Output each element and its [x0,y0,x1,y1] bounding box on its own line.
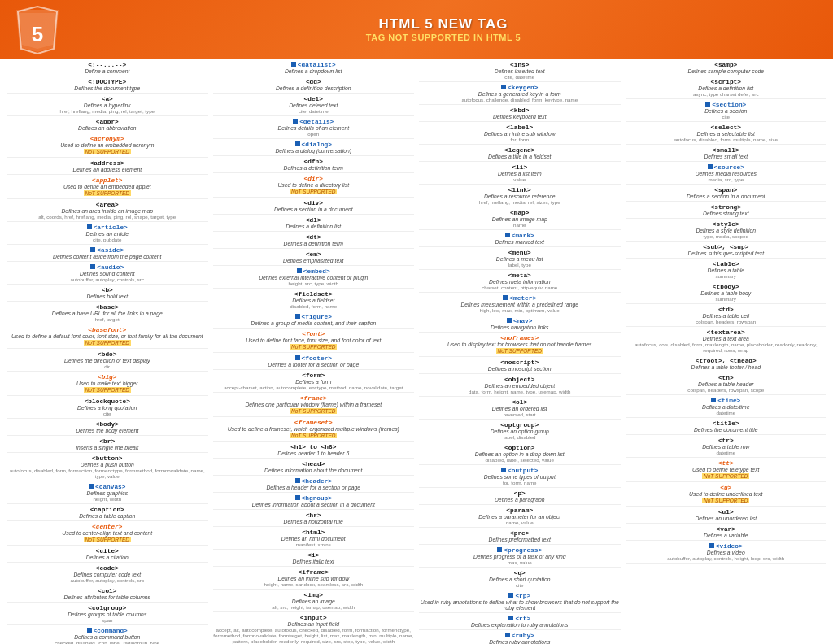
tag-description: Defines an embedded object [419,383,621,389]
tag-name: <article> [7,224,208,231]
tag-description: Defines small text [626,154,827,159]
tag-name: <details> [213,119,415,125]
new-html5-indicator [295,355,300,360]
tag-name: <canvas> [7,484,208,490]
tag-name: <title> [626,420,827,427]
tag-description: Defines attributes for table columns [7,594,208,600]
tag-description: Defines a definition term [213,241,415,246]
tag-entry: <i>Defines italic text [213,552,415,567]
not-supported-badge: NoT SUPPORTED [84,387,131,393]
tag-description: Defines an html document [213,536,415,542]
tag-description: Used to define a directory list [213,182,415,188]
tag-description: Used to define an embedded acronym [7,142,208,148]
tag-entry: <strong>Defines strong text [626,204,827,219]
header: 5 HTML 5 NEW TAG TAG NOT SUPPORTED IN HT… [0,0,833,59]
tag-description: Defines keyboard text [419,114,621,120]
tag-name: <colgroup> [7,605,208,611]
tag-attributes: checked, disabled, icon, label, radiogro… [7,640,208,644]
not-supported-badge: NoT SUPPORTED [290,344,337,350]
tag-name: <code> [7,565,208,572]
tag-description: Defines an ordered list [419,406,621,411]
column-1: <!--...-->Define a comment<!DOCTYPE>Defi… [7,62,208,644]
tag-entry: <table>Defines a tablesummary [626,261,827,281]
tag-name: <map> [419,210,621,216]
tag-name: <sub>, <sup> [626,244,827,250]
tag-entry: <textarea>Defines a text areaautofocus, … [626,329,827,355]
tag-entry: <ins>Defines inserted textcite, datetime [419,62,621,82]
tag-description: Used to center-align text and content [7,530,208,536]
column-3: <ins>Defines inserted textcite, datetime… [419,62,621,644]
tag-entry: <menu>Defines a menu listlabel, type [419,250,621,270]
tag-name: <ul> [626,509,827,516]
tag-description: Defines a date/time [626,404,827,410]
tag-name: <ol> [419,399,621,406]
tag-entry: <section>Defines a sectioncite [626,102,827,122]
tag-name: <rt> [419,616,621,622]
tag-entry: <a>Defines a hyperlinkhref, hreflang, me… [7,96,208,116]
tag-entry: <figure>Defines a group of media content… [213,314,415,329]
tag-name: <a> [7,96,208,102]
new-html5-indicator [293,119,298,124]
tag-name: <blockquote> [7,398,208,405]
tag-name: <dl> [213,217,415,224]
tag-entry: <del>Defines deleted textcite, datetime [213,96,415,116]
tag-name: <link> [419,187,621,194]
new-html5-indicator [295,314,300,319]
tag-description: Defines a table header [626,381,827,387]
tag-attributes: cite [7,411,208,416]
tag-name: <source> [626,164,827,171]
tag-name: <del> [213,96,415,102]
tag-description: Defines an option group [419,429,621,434]
tag-name: <noscript> [419,359,621,366]
tag-entry: <acronym>Used to define an embedded acro… [7,136,208,158]
tag-attributes: media, src, type [626,176,827,182]
tag-entry: <optgroup>Defines an option grouplabel, … [419,422,621,442]
tag-attributes: open [213,131,415,137]
tag-description: Defines a definition list [213,224,415,229]
tag-entry: <dt>Defines a definition term [213,234,415,249]
tag-description: Defines a section in a document [213,207,415,212]
tag-name: <i> [213,552,415,559]
tag-entry: <body>Defines the body element [7,421,208,436]
tag-entry: <output>Defines some types of outputfor,… [419,468,621,488]
tag-attributes: href, hreflang, media, rel, sizes, type [419,199,621,205]
new-html5-indicator [505,233,510,237]
new-html5-indicator [508,616,513,620]
tag-attributes: cite [419,582,621,588]
tag-name: <br> [7,438,208,445]
tag-entry: <fieldset>Defines a fieldsetdisabled, fo… [213,291,415,311]
tag-name: <label> [419,124,621,131]
tag-description: Defines the document title [626,427,827,433]
tag-description: Defines a dropdown list [213,68,415,74]
tag-entry: <font>Used to define font face, font siz… [213,331,415,353]
tag-description: Used to display text for browsers that d… [419,342,621,347]
tag-description: Defines a footer for a section or page [213,362,415,368]
tag-name: <abbr> [7,119,208,125]
new-html5-indicator [291,62,296,67]
tag-description: Defines an article [7,231,208,237]
tag-description: Defines information about a section in a… [213,502,415,507]
tag-description: Defines a short quotation [419,577,621,582]
tag-name: <center> [7,524,208,530]
new-html5-indicator [501,85,506,89]
tag-attributes: label, disabled [419,434,621,440]
tag-entry: <kbd>Defines keyboard text [419,107,621,122]
tag-description: Defines a form [213,379,415,385]
tag-name: <datalist> [213,62,415,68]
tag-entry: <br>Inserts a single line break [7,438,208,453]
tag-description: Used to define teletype text [626,467,827,472]
tag-description: Defines an inline sub window [213,576,415,581]
tag-name: <strong> [626,204,827,211]
tag-entry: <footer>Defines a footer for a section o… [213,355,415,370]
tag-name: <time> [626,398,827,404]
tag-entry: <object>Defines an embedded objectdata, … [419,376,621,397]
tag-entry: <dl>Defines a definition list [213,217,415,232]
tag-description: Defines emphasized text [213,258,415,263]
tag-description: Defines the body element [7,428,208,433]
tag-name: <hgroup> [213,495,415,502]
tag-entry: <rp>Used in ruby annotations to define w… [419,593,621,613]
tag-name: <embed> [213,268,415,275]
tag-attributes: reversed, start [419,411,621,417]
tag-description: Defines a menu list [419,256,621,262]
tag-entry: <noscript>Defines a noscript section [419,359,621,374]
